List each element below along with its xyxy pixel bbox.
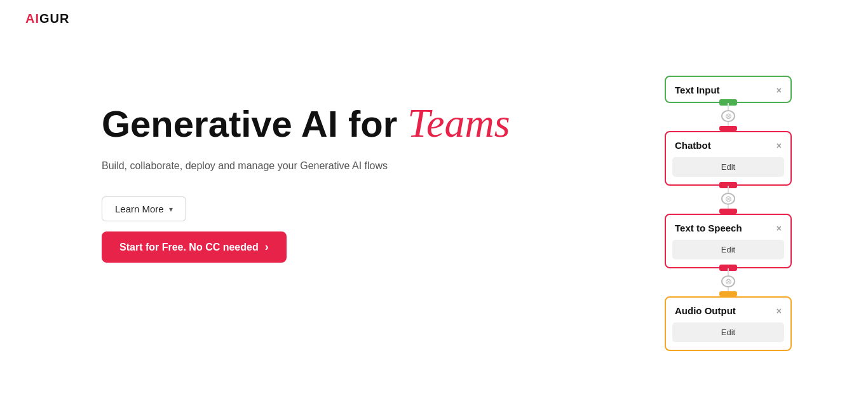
node-tts-body: Edit bbox=[666, 240, 790, 267]
node-audio-body: Edit bbox=[666, 322, 790, 350]
node-tts-input-tab bbox=[719, 209, 737, 214]
plus-circle-icon-3[interactable]: ⊗ bbox=[721, 275, 735, 287]
node-chatbot-edit-button[interactable]: Edit bbox=[672, 157, 784, 177]
logo-gur: GUR bbox=[39, 11, 69, 25]
node-audio-close[interactable]: × bbox=[776, 307, 782, 315]
node-chatbot-header: Chatbot × bbox=[666, 132, 790, 157]
node-text-input-header: Text Input × bbox=[666, 77, 790, 102]
node-audio-header: Audio Output × bbox=[666, 298, 790, 322]
main-content: Generative AI for Teams Build, collabora… bbox=[0, 38, 868, 376]
node-audio-input-tab bbox=[719, 291, 737, 296]
start-free-label: Start for Free. No CC needed bbox=[119, 242, 259, 253]
connector-1: ⊗ bbox=[719, 103, 737, 131]
node-tts-edit-button[interactable]: Edit bbox=[672, 240, 784, 259]
flow-diagram: Text Input × ⊗ Chatbot × Edit ⊗ bbox=[652, 63, 804, 351]
connector-2: ⊗ bbox=[719, 186, 737, 214]
node-audio-edit-button[interactable]: Edit bbox=[672, 322, 784, 342]
headline: Generative AI for Teams bbox=[102, 101, 534, 146]
headline-cursive: Teams bbox=[407, 100, 510, 146]
node-chatbot-close[interactable]: × bbox=[776, 141, 782, 150]
header: AIGUR bbox=[0, 0, 868, 38]
node-text-input: Text Input × bbox=[665, 76, 792, 103]
chevron-down-icon: ▾ bbox=[169, 205, 173, 214]
learn-more-label: Learn More bbox=[115, 204, 164, 214]
connector-line bbox=[728, 268, 729, 275]
node-chatbot: Chatbot × Edit bbox=[665, 131, 792, 186]
button-group: Learn More ▾ Start for Free. No CC neede… bbox=[102, 197, 534, 263]
connector-3: ⊗ bbox=[719, 268, 737, 296]
headline-plain: Generative AI for bbox=[102, 103, 397, 144]
node-tts-title: Text to Speech bbox=[675, 223, 742, 233]
hero-section: Generative AI for Teams Build, collabora… bbox=[102, 63, 534, 263]
node-text-input-close[interactable]: × bbox=[776, 86, 782, 95]
subtitle: Build, collaborate, deploy and manage yo… bbox=[102, 158, 534, 174]
node-tts-header: Text to Speech × bbox=[666, 215, 790, 240]
node-audio-title: Audio Output bbox=[675, 305, 736, 316]
plus-circle-icon[interactable]: ⊗ bbox=[721, 110, 735, 122]
logo: AIGUR bbox=[25, 11, 69, 26]
logo-ai: AI bbox=[25, 11, 39, 25]
node-text-input-title: Text Input bbox=[675, 85, 720, 95]
connector-line bbox=[728, 186, 729, 193]
node-chatbot-body: Edit bbox=[666, 157, 790, 184]
node-chatbot-title: Chatbot bbox=[675, 140, 711, 151]
connector-line bbox=[728, 103, 729, 110]
learn-more-button[interactable]: Learn More ▾ bbox=[102, 197, 186, 221]
plus-circle-icon-2[interactable]: ⊗ bbox=[721, 193, 735, 205]
node-audio-output: Audio Output × Edit bbox=[665, 296, 792, 351]
arrow-right-icon: › bbox=[265, 240, 269, 254]
start-free-button[interactable]: Start for Free. No CC needed › bbox=[102, 231, 287, 263]
node-text-to-speech: Text to Speech × Edit bbox=[665, 214, 792, 268]
node-chatbot-input-tab bbox=[719, 126, 737, 131]
node-tts-close[interactable]: × bbox=[776, 224, 782, 233]
